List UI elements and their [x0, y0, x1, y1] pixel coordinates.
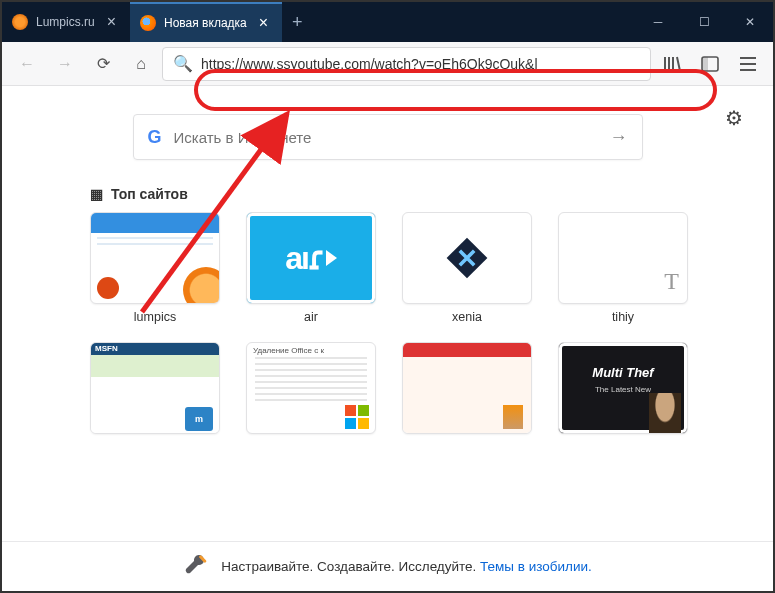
minimize-button[interactable]: ─ — [635, 2, 681, 42]
tile-multitheft[interactable]: Multi ThefThe Latest New — [558, 342, 688, 434]
tile-thumbnail: MSFNm — [90, 342, 220, 434]
tab-lumpics[interactable]: Lumpics.ru × — [2, 2, 130, 42]
tile-thumbnail — [402, 342, 532, 434]
top-sites-heading: ▦ Топ сайтов — [90, 186, 747, 202]
tile-thumbnail — [90, 212, 220, 304]
web-search-box[interactable]: G → — [133, 114, 643, 160]
footer-text: Настраивайте. Создавайте. Исследуйте. Те… — [221, 559, 592, 574]
svg-rect-1 — [702, 57, 708, 71]
web-search-input[interactable] — [174, 129, 598, 146]
tile-thumbnail: Удаление Office с к — [246, 342, 376, 434]
home-button[interactable]: ⌂ — [124, 47, 158, 81]
tile-label: tihiy — [558, 310, 688, 324]
maximize-button[interactable]: ☐ — [681, 2, 727, 42]
new-tab-button[interactable]: + — [282, 2, 313, 42]
favicon-lumpics — [12, 14, 28, 30]
tile-tihiy[interactable]: T tihiy — [558, 212, 688, 324]
customize-footer: Настраивайте. Создавайте. Исследуйте. Те… — [2, 541, 773, 591]
window-controls: ─ ☐ ✕ — [635, 2, 773, 42]
tile-office[interactable]: Удаление Office с к — [246, 342, 376, 434]
favicon-firefox — [140, 15, 156, 31]
tile-label: xenia — [402, 310, 532, 324]
address-bar[interactable]: 🔍 — [162, 47, 651, 81]
search-arrow-icon[interactable]: → — [610, 127, 628, 148]
tile-xenia[interactable]: xenia — [402, 212, 532, 324]
tile-java[interactable] — [402, 342, 532, 434]
url-input[interactable] — [201, 56, 640, 72]
menu-button[interactable] — [731, 47, 765, 81]
forward-button[interactable]: → — [48, 47, 82, 81]
tab-label: Lumpics.ru — [36, 15, 95, 29]
tile-msfn[interactable]: MSFNm — [90, 342, 220, 434]
search-icon: 🔍 — [173, 54, 193, 73]
tile-label: air — [246, 310, 376, 324]
footer-themes-link[interactable]: Темы в изобилии. — [480, 559, 592, 574]
tile-thumbnail: T — [558, 212, 688, 304]
tab-newtab[interactable]: Новая вкладка × — [130, 2, 282, 42]
tab-label: Новая вкладка — [164, 16, 247, 30]
google-logo-icon: G — [148, 127, 162, 148]
titlebar: Lumpics.ru × Новая вкладка × + ─ ☐ ✕ — [2, 2, 773, 42]
close-icon[interactable]: × — [255, 14, 272, 32]
grid-icon: ▦ — [90, 186, 103, 202]
top-sites-row-2: MSFNm Удаление Office с к Multi ThefThe … — [90, 342, 747, 434]
tile-label: lumpics — [90, 310, 220, 324]
tile-lumpics[interactable]: lumpics — [90, 212, 220, 324]
tile-thumbnail — [402, 212, 532, 304]
gear-icon[interactable]: ⚙ — [725, 106, 743, 130]
tile-thumbnail: aıɾ — [246, 212, 376, 304]
close-window-button[interactable]: ✕ — [727, 2, 773, 42]
wrench-icon — [183, 554, 209, 580]
toolbar: ← → ⟳ ⌂ 🔍 — [2, 42, 773, 86]
sidebar-button[interactable] — [693, 47, 727, 81]
back-button[interactable]: ← — [10, 47, 44, 81]
close-icon[interactable]: × — [103, 13, 120, 31]
new-tab-content: ⚙ G → ▦ Топ сайтов lumpics aıɾ air xenia… — [2, 86, 773, 541]
top-sites-row-1: lumpics aıɾ air xenia T tihiy — [90, 212, 747, 324]
reload-button[interactable]: ⟳ — [86, 47, 120, 81]
tile-air[interactable]: aıɾ air — [246, 212, 376, 324]
library-button[interactable] — [655, 47, 689, 81]
tile-thumbnail: Multi ThefThe Latest New — [558, 342, 688, 434]
